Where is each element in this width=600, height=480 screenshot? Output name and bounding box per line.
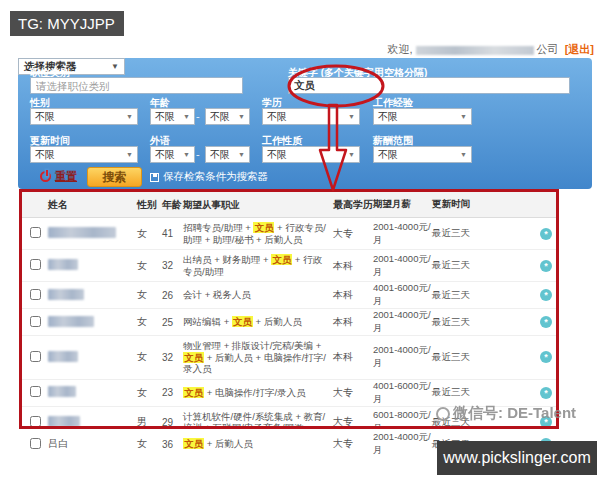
blurred-name (48, 386, 76, 397)
age-cell: 23 (162, 387, 183, 398)
select-value: 不限 (155, 110, 183, 124)
chevron-down-icon: ▼ (348, 151, 355, 158)
occupation-segment: 会计 (183, 289, 202, 300)
wechat-watermark-text: 微信号: DE-Talent (453, 404, 576, 423)
search-filter-panel: 职位类别 关键字 (多个关键字用空格分隔) 选择搜索器 ▼ 性别不限▼年龄不限▼… (18, 58, 592, 189)
occupation-cell: 网站编辑 + 文员 + 后勤人员 (183, 312, 333, 332)
resume-action-icon[interactable]: * (540, 289, 552, 301)
occupation-segment: 后勤人员 (215, 352, 253, 363)
filter-select-foreign-language-max[interactable]: 不限▼ (205, 146, 250, 163)
occupation-segment: 计算机软件/硬件/系统集成 (183, 411, 293, 422)
blurred-name (48, 289, 84, 300)
occupation-segment: 后勤人员 (215, 438, 253, 449)
candidate-name[interactable]: 吕白 (48, 437, 137, 451)
gender-cell: 女 (137, 227, 162, 241)
chevron-down-icon: ▼ (126, 113, 133, 120)
resume-action-icon[interactable]: * (540, 387, 552, 399)
candidate-name[interactable] (48, 351, 137, 364)
row-checkbox[interactable] (30, 386, 41, 397)
row-checkbox[interactable] (30, 316, 41, 327)
salary-cell: 2001-4000元/月 (373, 431, 432, 457)
occupation-segment: 排版设计/完稿/美编 (232, 340, 313, 351)
table-row[interactable]: 女25网站编辑 + 文员 + 后勤人员本科2001-4000元/月最近三天* (22, 309, 556, 336)
select-value: 不限 (210, 110, 238, 124)
chevron-down-icon: ▼ (183, 151, 190, 158)
row-checkbox-cell (30, 227, 48, 240)
gender-cell: 女 (137, 315, 162, 329)
row-checkbox[interactable] (30, 351, 41, 362)
table-row[interactable]: 女23文员 + 电脑操作/打字/录入员大专4001-6000元/月最近三天* (22, 380, 556, 407)
filter-select-age-max[interactable]: 不限▼ (205, 108, 250, 125)
keyword-highlight: 文员 (271, 254, 292, 265)
filter-select-education[interactable]: 不限▼ (262, 108, 360, 125)
chevron-down-icon: ▼ (183, 113, 190, 120)
resume-action-icon[interactable]: * (540, 228, 552, 240)
action-cell: * (540, 260, 554, 272)
keyword-highlight: 文员 (183, 352, 204, 363)
table-row[interactable]: 女32出纳员 + 财务助理 + 文员 + 行政专员/助理本科2001-4000元… (22, 250, 556, 282)
reset-button[interactable]: 重置 (40, 169, 77, 184)
filter-select-salary-range[interactable]: 不限▼ (373, 146, 472, 163)
site-watermark-banner: www.pickslinger.com (437, 441, 597, 475)
candidate-name[interactable] (48, 416, 137, 429)
gender-cell: 女 (137, 288, 162, 302)
logout-link[interactable]: [退出] (565, 43, 594, 55)
filter-select-job-nature[interactable]: 不限▼ (262, 146, 360, 163)
updated-cell: 最近三天 (432, 351, 540, 364)
reset-button-label: 重置 (55, 169, 77, 184)
blurred-name (48, 316, 94, 327)
chevron-down-icon: ▼ (238, 113, 245, 120)
chevron-down-icon: ▼ (348, 113, 355, 120)
education-cell: 大专 (333, 386, 373, 400)
save-search-button[interactable]: 保存检索条件为搜索器 (150, 170, 268, 184)
resume-action-icon[interactable]: * (540, 351, 552, 363)
candidate-name[interactable] (48, 259, 137, 272)
table-row[interactable]: 女32物业管理 + 排版设计/完稿/美编 + 文员 + 后勤人员 + 电脑操作/… (22, 336, 556, 380)
company-name-blurred (416, 46, 534, 55)
save-icon (150, 173, 159, 182)
action-cell: * (540, 387, 554, 399)
updated-cell: 最近三天 (432, 316, 540, 329)
occupation-segment: 出纳员 (183, 254, 212, 265)
action-cell: * (540, 228, 554, 240)
salary-cell: 4001-6000元/月 (373, 380, 432, 406)
education-cell: 本科 (333, 315, 373, 329)
occupation-cell: 会计 + 税务人员 (183, 285, 333, 305)
occupation-segment: 电脑操作/打字/录入员 (215, 387, 306, 398)
education-cell: 大专 (333, 415, 373, 429)
row-checkbox[interactable] (30, 227, 41, 238)
job-category-input[interactable] (30, 77, 243, 94)
occupation-segment: 税务人员 (213, 289, 251, 300)
action-cell: * (540, 351, 554, 363)
row-checkbox[interactable] (30, 259, 41, 270)
occupation-segment: 后勤人员 (264, 316, 302, 327)
resume-action-icon[interactable]: * (540, 260, 552, 272)
filter-select-update-time[interactable]: 不限▼ (30, 146, 138, 163)
salary-cell: 6001-8000元/月 (373, 409, 432, 429)
gender-cell: 男 (137, 415, 162, 429)
filter-select-experience[interactable]: 不限▼ (373, 108, 472, 125)
education-cell: 本科 (333, 288, 373, 302)
results-table: 姓名性别年龄期望从事职业最高学历期望月薪更新时间 女41招聘专员/助理 + 文员… (19, 189, 559, 429)
candidate-name[interactable] (48, 289, 137, 302)
row-checkbox-cell (30, 316, 48, 329)
row-checkbox[interactable] (30, 289, 41, 300)
candidate-name[interactable] (48, 386, 137, 399)
occupation-segment: 招聘专员/助理 (183, 222, 243, 233)
row-checkbox[interactable] (30, 416, 41, 427)
education-cell: 大专 (333, 437, 373, 451)
candidate-name[interactable] (48, 316, 137, 329)
keyword-input[interactable] (288, 77, 570, 94)
filter-select-gender[interactable]: 不限▼ (30, 108, 138, 125)
candidate-name[interactable] (48, 227, 137, 240)
table-row[interactable]: 女26会计 + 税务人员本科4001-6000元/月最近三天* (22, 282, 556, 309)
company-suffix: 公司 (537, 43, 559, 55)
row-checkbox[interactable] (30, 438, 41, 449)
search-button[interactable]: 搜索 (87, 167, 142, 187)
resume-action-icon[interactable]: * (540, 316, 552, 328)
occupation-segment: 助理/秘书 (213, 234, 254, 245)
updated-cell: 最近三天 (432, 227, 540, 240)
filter-select-age-min[interactable]: 不限▼ (150, 108, 195, 125)
filter-select-foreign-language-min[interactable]: 不限▼ (150, 146, 195, 163)
table-row[interactable]: 女41招聘专员/助理 + 文员 + 行政专员/助理 + 助理/秘书 + 后勤人员… (22, 218, 556, 250)
